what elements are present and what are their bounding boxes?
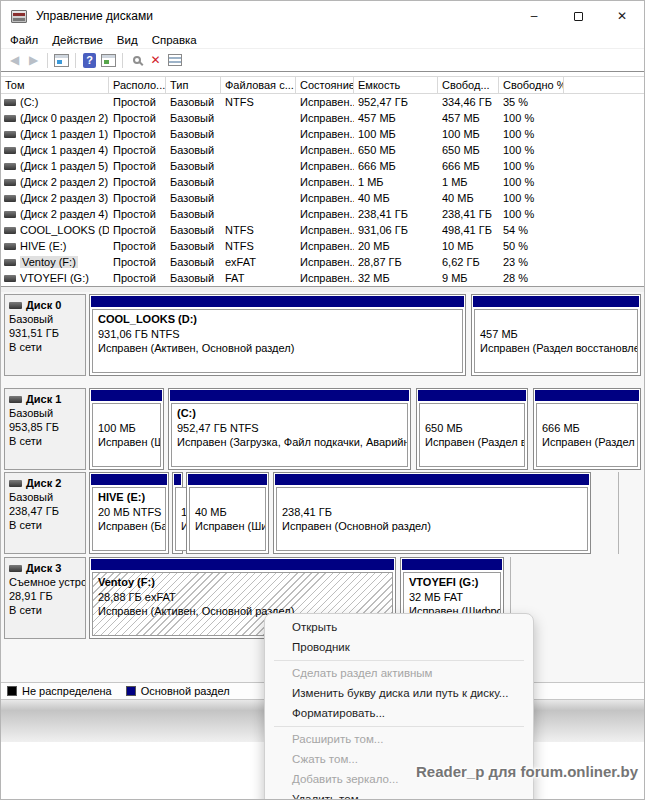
table-cell: 10 МБ	[438, 240, 499, 252]
magnifier-glyph	[133, 56, 141, 64]
table-row[interactable]: (C:)ПростойБазовыйNTFSИсправен...952,47 …	[1, 94, 644, 110]
volume-icon	[4, 243, 16, 250]
partition[interactable]: 457 МБИсправен (Раздел восстановлени	[471, 294, 641, 376]
partition-name	[542, 406, 632, 421]
context-menu-item[interactable]: Открыть	[265, 617, 533, 637]
table-row[interactable]: (Диск 1 раздел 1)ПростойБазовыйИсправен.…	[1, 126, 644, 142]
volume-icon	[4, 147, 16, 154]
disk-size: 931,51 ГБ	[9, 326, 81, 340]
partition-type-bar	[174, 474, 181, 485]
context-menu-item[interactable]: Форматировать...	[265, 703, 533, 723]
volume-icon	[4, 259, 16, 266]
title-bar: Управление дисками – ✕	[1, 1, 644, 31]
disk-label[interactable]: Диск 3Съемное устройство28,91 ГБВ сети	[4, 557, 86, 639]
column-header[interactable]	[564, 77, 645, 93]
column-header[interactable]: Свобод...	[438, 77, 499, 93]
disk-view-icon[interactable]	[99, 51, 118, 69]
context-menu-item[interactable]: Изменить букву диска или путь к диску...	[265, 683, 533, 703]
partition[interactable]: 100 МБИсправен (Ши	[89, 388, 164, 470]
table-cell: 100 %	[499, 208, 564, 220]
table-row[interactable]: (Диск 2 раздел 2)ПростойБазовыйИсправен.…	[1, 174, 644, 190]
table-cell: 334,46 ГБ	[438, 96, 499, 108]
table-row[interactable]: (Диск 1 раздел 4)ПростойБазовыйИсправен.…	[1, 142, 644, 158]
maximize-button[interactable]	[556, 1, 600, 31]
menu-item[interactable]: Вид	[110, 33, 145, 47]
table-cell: Исправен...	[296, 144, 354, 156]
partition-body: 100 МБИсправен (Ши	[92, 403, 161, 467]
disk-label[interactable]: Диск 0Базовый931,51 ГБВ сети	[4, 294, 86, 376]
partition-name	[425, 406, 519, 421]
table-row[interactable]: (Диск 0 раздел 2)ПростойБазовыйИсправен.…	[1, 110, 644, 126]
column-header[interactable]: Тип	[166, 77, 221, 93]
minimize-icon: –	[531, 9, 538, 23]
partition-body: 40 МБИсправен (Шифр	[189, 487, 266, 551]
table-row[interactable]: (Диск 2 раздел 4)ПростойБазовыйИсправен.…	[1, 206, 644, 222]
volume-icon	[4, 275, 16, 282]
column-header[interactable]: Состояние	[296, 77, 354, 93]
table-row[interactable]: (Диск 1 раздел 5)ПростойБазовыйИсправен.…	[1, 158, 644, 174]
table-row[interactable]: HIVE (E:)ПростойБазовыйNTFSИсправен...20…	[1, 238, 644, 254]
partition[interactable]: 238,41 ГБИсправен (Основной раздел)	[273, 472, 591, 554]
column-header[interactable]: Располо...	[109, 77, 166, 93]
menu-item[interactable]: Действие	[45, 33, 110, 47]
table-cell: Простой	[109, 224, 166, 236]
disk-icon	[9, 302, 22, 309]
disk-status: В сети	[9, 603, 81, 617]
partition-status: Исправен (Основной раздел)	[282, 519, 582, 534]
forward-icon[interactable]: ▶	[24, 51, 43, 69]
partition-status: Исправен (Раздел восстановлени	[480, 341, 632, 356]
table-row[interactable]: VTOYEFI (G:)ПростойБазовыйFATИсправен...…	[1, 270, 644, 286]
disk-label[interactable]: Диск 1Базовый953,85 ГБВ сети	[4, 388, 86, 470]
menu-item[interactable]: Справка	[145, 33, 204, 47]
partition-size: 952,47 ГБ NTFS	[177, 421, 402, 436]
column-header[interactable]: Емкость	[354, 77, 438, 93]
table-row[interactable]: COOL_LOOKS (D:)ПростойБазовыйNTFSИсправе…	[1, 222, 644, 238]
help-icon[interactable]: ?	[80, 51, 99, 69]
watermark: Reader_p для forum.onliner.by	[416, 763, 638, 780]
table-cell: Простой	[109, 128, 166, 140]
table-cell: Исправен...	[296, 176, 354, 188]
column-header[interactable]: Свободно %	[499, 77, 564, 93]
column-header[interactable]: Том	[1, 77, 109, 93]
context-menu-item[interactable]: Удалить том...	[265, 789, 533, 800]
close-button[interactable]: ✕	[600, 1, 644, 31]
disk-row: Диск 2Базовый238,47 ГБВ сетиHIVE (E:)20 …	[1, 472, 644, 554]
properties-icon[interactable]	[165, 51, 184, 69]
partition[interactable]: 1 МБИсправен	[172, 472, 183, 554]
partition[interactable]: 650 МБИсправен (Раздел во	[416, 388, 528, 470]
back-icon[interactable]: ◀	[5, 51, 24, 69]
partition[interactable]: COOL_LOOKS (D:)931,06 ГБ NTFSИсправен (А…	[89, 294, 466, 376]
table-cell: Базовый	[166, 112, 221, 124]
table-cell: 931,06 ГБ	[354, 224, 438, 236]
partition-type-bar	[91, 296, 464, 307]
table-cell: Исправен...	[296, 96, 354, 108]
table-cell: Базовый	[166, 224, 221, 236]
context-menu-item: Расширить том...	[265, 729, 533, 749]
column-header[interactable]: Файловая с...	[221, 77, 296, 93]
volume-icon	[4, 179, 16, 186]
table-cell: Простой	[109, 160, 166, 172]
table-cell: Простой	[109, 192, 166, 204]
table-cell: Базовый	[166, 160, 221, 172]
table-row[interactable]: Ventoy (F:)ПростойБазовыйexFATИсправен..…	[1, 254, 644, 270]
partition[interactable]: 666 МБИсправен (Раздел вос	[533, 388, 641, 470]
minimize-button[interactable]: –	[512, 1, 556, 31]
table-cell: 50 %	[499, 240, 564, 252]
partition-type-bar	[91, 474, 167, 485]
delete-icon[interactable]: ✕	[146, 51, 165, 69]
zoom-icon[interactable]	[127, 51, 146, 69]
console-window-icon[interactable]	[52, 51, 71, 69]
partition[interactable]: (C:)952,47 ГБ NTFSИсправен (Загрузка, Фа…	[168, 388, 411, 470]
context-menu-item[interactable]: Проводник	[265, 637, 533, 657]
partition[interactable]: 40 МБИсправен (Шифр	[186, 472, 269, 554]
disk-label[interactable]: Диск 2Базовый238,47 ГБВ сети	[4, 472, 86, 554]
table-row[interactable]: (Диск 2 раздел 3)ПростойБазовыйИсправен.…	[1, 190, 644, 206]
disk-name-text: Диск 3	[26, 561, 61, 575]
menu-item[interactable]: Файл	[3, 33, 45, 47]
partition[interactable]: HIVE (E:)20 МБ NTFSИсправен (Ба	[89, 472, 169, 554]
partition-name: VTOYEFI (G:)	[409, 575, 495, 590]
table-cell: Исправен...	[296, 208, 354, 220]
partition-size: 666 МБ	[542, 421, 632, 436]
volume-name: (C:)	[20, 96, 38, 108]
disk-type: Базовый	[9, 406, 81, 420]
